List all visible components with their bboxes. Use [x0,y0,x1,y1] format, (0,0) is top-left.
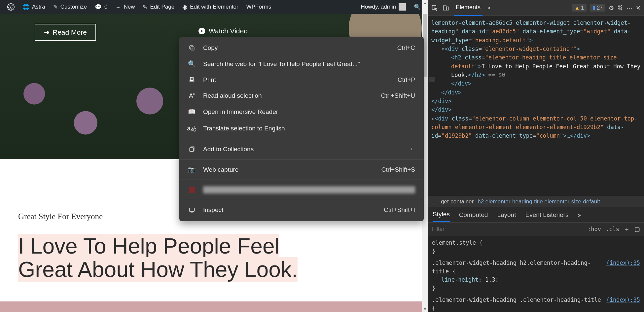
ctx-collections[interactable]: Add to Collections 〉 [179,141,424,157]
tab-computed[interactable]: Computed [459,211,488,219]
dom-selected-marker: == $0 [485,72,505,78]
print-icon: 🖶 [188,76,196,84]
breadcrumb-item[interactable]: get-container [441,198,474,205]
main-heading: I Love To Help People Feel Great About H… [18,234,410,282]
info-chip[interactable]: ▮27 [590,4,605,12]
computed-panel-icon[interactable]: ▢ [634,225,640,233]
breadcrumb-selected[interactable]: h2.elementor-heading-title.elementor-siz… [478,198,600,205]
device-toggle-icon[interactable] [443,5,449,11]
style-rule-1: (index):35 .elementor-widget-heading h2.… [432,259,640,276]
elementor-icon: ◉ [182,4,187,11]
ctx-extension-label: ████████████ [203,186,415,193]
camera-icon: 📷 [188,166,196,173]
tab-layout[interactable]: Layout [497,211,516,219]
add-rule-icon[interactable]: ＋ [624,225,630,233]
style-source-link[interactable]: (index):35 [606,296,640,304]
hov-toggle[interactable]: :hov [588,226,601,232]
edit-page-link[interactable]: ✎Edit Page [139,4,178,11]
styles-filter-bar: :hov .cls ＋ ▢ [428,222,644,236]
ctx-translate[interactable]: a⁠あ Translate selection to English [179,120,424,137]
inspect-tool-icon[interactable] [431,5,438,11]
more-icon[interactable]: ⋯ [626,4,632,12]
link-icon[interactable]: ⛓ [617,4,623,11]
brush-icon: ✎ [53,4,58,11]
site-name[interactable]: 🌐Astra [18,4,49,11]
tab-event-listeners[interactable]: Event Listeners [525,211,568,219]
tab-elements[interactable]: Elements [454,0,483,16]
ctx-separator [179,180,424,180]
copy-icon [188,45,196,51]
ctx-immersive-label: Open in Immersive Reader [203,108,415,116]
ctx-separator [179,139,424,139]
dom-breadcrumb[interactable]: … get-container h2.elementor-heading-tit… [428,196,644,207]
info-icon: ▮ [592,5,595,11]
ctx-extension-item[interactable]: ████████████ [179,182,424,198]
arrow-right-icon: ➜ [44,28,50,36]
extension-icon [188,187,196,193]
gear-icon[interactable]: ⚙ [609,4,614,12]
style-rule-2: (index):35 .elementor-widget-heading .el… [432,296,640,312]
ctx-copy[interactable]: Copy Ctrl+C [179,40,424,56]
ctx-read-aloud[interactable]: A» Read aloud selection Ctrl+Shift+U [179,88,424,104]
customize-link[interactable]: ✎Customize [49,4,91,11]
edit-page-label: Edit Page [150,4,174,10]
customize-label: Customize [60,4,87,10]
wpforms-label: WPForms [246,4,271,10]
dom-ellipsis-handle[interactable]: … [429,77,435,82]
scroll-down-arrow[interactable]: ▼ [422,306,428,312]
warnings-count: 1 [581,5,584,11]
howdy-user[interactable]: Howdy, admin [357,3,410,11]
ctx-inspect-label: Inspect [203,206,376,214]
cls-toggle[interactable]: .cls [606,226,619,232]
info-count: 27 [597,5,603,11]
read-more-button[interactable]: ➜ Read More [35,24,96,41]
dom-tree[interactable]: lementor-element-ae86dc5 elementor-widge… [428,16,644,196]
style-rule-element: element.style { [432,239,640,247]
wp-logo[interactable] [3,3,18,11]
wpforms-link[interactable]: WPForms [242,4,275,10]
ctx-print[interactable]: 🖶 Print Ctrl+P [179,72,424,88]
ctx-inspect[interactable]: Inspect Ctrl+Shift+I [179,202,424,218]
search-icon: 🔍 [414,4,421,11]
tabs-overflow-icon[interactable]: » [487,4,490,11]
style-source-link[interactable]: (index):35 [606,259,640,267]
scroll-up-arrow[interactable]: ▲ [422,0,428,6]
translate-icon: a⁠あ [188,124,196,133]
styles-pane[interactable]: element.style { } (index):35 .elementor-… [428,236,644,312]
ctx-search-web[interactable]: 🔍 Search the web for "I Love To Help Peo… [179,56,424,72]
tabs-overflow-icon[interactable]: » [578,211,581,219]
play-circle-icon [198,27,205,35]
site-name-label: Astra [32,4,45,10]
ctx-copy-label: Copy [203,44,390,52]
new-link[interactable]: ＋New [111,3,139,11]
heading-line-2: Great About How They Look. [18,257,298,282]
watch-video-button[interactable]: Watch Video [198,27,248,35]
watch-video-label: Watch Video [209,27,248,35]
svg-rect-3 [190,46,193,49]
ctx-web-capture[interactable]: 📷 Web capture Ctrl+Shift+S [179,161,424,178]
svg-rect-7 [444,6,446,10]
breadcrumb-overflow[interactable]: … [431,198,437,205]
new-label: New [124,4,135,10]
read-aloud-icon: A» [188,92,196,99]
comments-link[interactable]: 💬0 [91,4,111,11]
pink-band [0,301,428,312]
close-icon[interactable]: ✕ [636,4,641,12]
devtools-panel: Elements » ▲1 ▮27 ⚙ ⛓ ⋯ ✕ lementor-eleme… [428,0,644,312]
warnings-chip[interactable]: ▲1 [572,4,587,12]
styles-filter-input[interactable] [432,226,583,232]
svg-rect-4 [190,148,194,152]
ctx-print-shortcut: Ctrl+P [398,76,415,84]
ctx-search-label: Search the web for "I Love To Help Peopl… [203,60,415,68]
collections-icon [188,146,196,153]
chevron-right-icon: 〉 [410,146,415,153]
svg-rect-8 [447,7,448,10]
tab-styles[interactable]: Styles [433,207,450,222]
edit-elementor-link[interactable]: ◉Edit with Elementor [178,4,242,11]
ctx-translate-label: Translate selection to English [203,125,415,132]
ctx-immersive-reader[interactable]: 📖 Open in Immersive Reader [179,104,424,120]
search-icon: 🔍 [188,60,196,68]
ctx-copy-shortcut: Ctrl+C [397,44,415,52]
devtools-toolbar: Elements » ▲1 ▮27 ⚙ ⛓ ⋯ ✕ [428,0,644,16]
pencil-icon: ✎ [143,4,147,11]
